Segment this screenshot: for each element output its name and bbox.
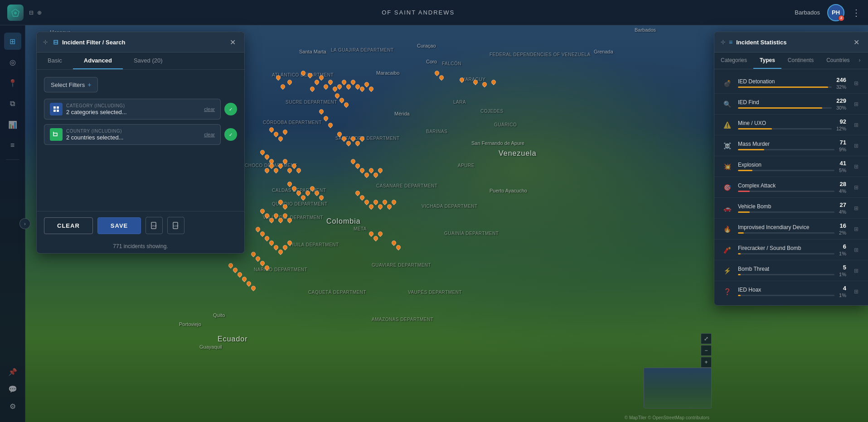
layers-icon[interactable]: ⧉	[4, 95, 21, 112]
stat-action-button[interactable]: ⊞	[851, 245, 862, 255]
stat-name: Mine / UXO	[738, 120, 832, 126]
stat-row: 💥 Explosion 41 5% ⊞	[714, 156, 868, 177]
add-filter-icon: +	[87, 81, 91, 88]
user-avatar[interactable]: PH 2	[827, 4, 844, 21]
stat-action-button[interactable]: ⊞	[851, 265, 862, 276]
stat-percent: 5%	[839, 168, 846, 173]
map-copyright: © MapTiler © OpenStreetMap contributors	[625, 415, 709, 420]
filter-panel-header: ⊹ ⊟ Incident Filter / Search ✕	[37, 32, 244, 53]
stat-action-button[interactable]: ⊞	[851, 224, 862, 235]
stat-type-icon: ☠️	[721, 139, 733, 152]
stats-panel-close[interactable]: ✕	[851, 37, 862, 48]
tab-types[interactable]: Types	[753, 53, 781, 69]
stat-bar-track	[738, 274, 834, 275]
grid-icon[interactable]: ⊞	[4, 33, 21, 50]
stat-bar-fill	[738, 253, 741, 254]
select-filters-button[interactable]: Select Filters +	[44, 77, 98, 92]
stat-percent: 2%	[839, 230, 846, 235]
zoom-in-button[interactable]: +	[701, 357, 712, 368]
stat-numbers: 92 12%	[836, 118, 846, 131]
stat-numbers: 41 5%	[839, 160, 846, 173]
stat-action-button[interactable]: ⊞	[851, 140, 862, 151]
select-filters-label: Select Filters	[51, 82, 85, 88]
stat-bar-fill	[738, 274, 741, 275]
sidebar-collapse-arrow[interactable]: ›	[19, 218, 30, 229]
tab-advanced[interactable]: Advanced	[73, 53, 123, 69]
menu-dots[interactable]: ⋮	[852, 7, 861, 18]
stat-action-button[interactable]: ⊞	[851, 286, 862, 297]
category-icon	[50, 103, 63, 115]
csv-export-button[interactable]: CSV	[167, 217, 184, 234]
stat-bar-track	[738, 149, 834, 150]
stat-action-button[interactable]: ⊞	[851, 182, 862, 193]
stat-percent: 1%	[839, 272, 846, 277]
location-label: Barbados	[795, 9, 820, 16]
country-filter-chip[interactable]: Country (Including) 2 countries selected…	[44, 124, 221, 145]
svg-rect-6	[53, 133, 57, 136]
stat-bar-track	[738, 86, 832, 88]
stat-info: IED Find	[738, 99, 832, 109]
stat-action-button[interactable]: ⊞	[851, 161, 862, 172]
left-sidebar: › ⊞◎📍⧉📊≡📌💬⚙	[0, 25, 25, 422]
stat-bar-track	[738, 191, 834, 192]
stat-row: 🔍 IED Find 229 30% ⊞	[714, 94, 868, 115]
map-pin-icon[interactable]: 📍	[4, 74, 21, 91]
tab-countries[interactable]: Countries	[820, 53, 856, 69]
comment-icon[interactable]: 💬	[4, 380, 21, 398]
stat-count: 71	[840, 139, 846, 146]
stat-bar-fill	[738, 295, 741, 296]
stat-count: 92	[840, 118, 846, 125]
tab-categories[interactable]: Categories	[714, 53, 753, 69]
category-clear-button[interactable]: clear	[204, 106, 215, 112]
stats-drag-handle[interactable]: ⊹	[721, 39, 725, 45]
country-icon	[50, 128, 63, 141]
stat-count: 246	[836, 77, 846, 83]
zoom-out-button[interactable]: −	[701, 345, 712, 356]
stat-numbers: 5 1%	[839, 264, 846, 277]
minimap[interactable]	[644, 368, 712, 408]
stat-percent: 4%	[839, 188, 846, 194]
stat-count: 229	[836, 97, 846, 104]
save-button[interactable]: SAVE	[97, 217, 141, 234]
stat-name: Improvised Incendiary Device	[738, 224, 834, 230]
stat-row: 💣 IED Detonation 246 32% ⊞	[714, 73, 868, 94]
stat-action-button[interactable]: ⊞	[851, 120, 862, 130]
location-icon[interactable]: ◎	[4, 53, 21, 71]
stat-info: Explosion	[738, 162, 834, 171]
drag-handle[interactable]: ⊹	[43, 39, 48, 45]
filter-tabs: Basic Advanced Saved (20)	[37, 53, 244, 70]
country-clear-button[interactable]: clear	[204, 132, 215, 137]
stats-header-icon: ≡	[729, 38, 732, 46]
stat-percent: 9%	[839, 147, 846, 152]
tab-continents[interactable]: Continents	[781, 53, 820, 69]
expand-map-button[interactable]: ⤢	[701, 333, 712, 344]
stat-name: Bomb Threat	[738, 266, 834, 272]
settings-icon[interactable]: ⚙	[4, 398, 21, 415]
stat-type-icon: 🔥	[721, 223, 733, 235]
stat-action-button[interactable]: ⊞	[851, 78, 862, 89]
stat-count: 4	[843, 285, 846, 292]
chart-icon[interactable]: 📊	[4, 116, 21, 133]
stat-info: Mine / UXO	[738, 120, 832, 129]
filter-panel-close[interactable]: ✕	[227, 37, 238, 48]
stat-action-button[interactable]: ⊞	[851, 203, 862, 214]
stat-action-button[interactable]: ⊞	[851, 99, 862, 110]
tab-basic[interactable]: Basic	[37, 53, 73, 69]
stat-bar-track	[738, 232, 834, 234]
pdf-export-button[interactable]: PDF	[145, 217, 163, 234]
stat-numbers: 4 1%	[839, 285, 846, 298]
category-filter-chip[interactable]: Category (Including) 2 categories select…	[44, 99, 221, 120]
incidents-count: 771 incidents showing.	[37, 240, 244, 249]
stat-info: Complex Attack	[738, 182, 834, 192]
tabs-more-arrow[interactable]: ›	[856, 53, 863, 69]
stat-bar-fill	[738, 232, 744, 234]
stat-bar-track	[738, 107, 832, 109]
stat-bar-track	[738, 128, 832, 129]
clear-button[interactable]: CLEAR	[44, 217, 93, 234]
pin-icon[interactable]: 📌	[4, 363, 21, 380]
tab-saved[interactable]: Saved (20)	[123, 53, 174, 69]
stat-type-icon: ⚡	[721, 264, 733, 277]
stat-bar-fill	[738, 86, 828, 88]
stack-icon[interactable]: ≡	[4, 137, 21, 154]
stat-percent: 1%	[839, 251, 846, 256]
